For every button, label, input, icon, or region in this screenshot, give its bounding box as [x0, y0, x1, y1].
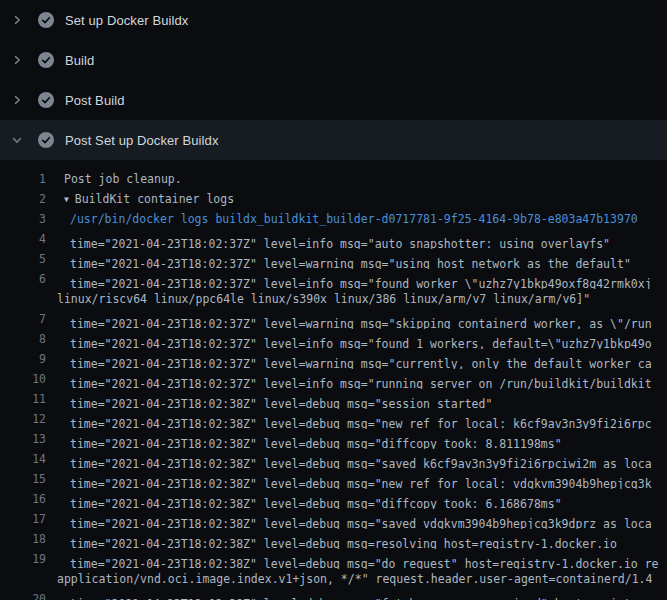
line-number[interactable]: 4	[0, 232, 46, 246]
log-line: 16time="2021-04-23T18:02:38Z" level=debu…	[0, 489, 667, 509]
triangle-down-icon: ▼	[64, 195, 69, 204]
line-number[interactable]: 19	[0, 552, 46, 566]
log-area: 1Post job cleanup.2▼BuildKit container l…	[0, 160, 667, 600]
log-line: 1Post job cleanup.	[0, 169, 667, 189]
log-text: time="2021-04-23T18:02:37Z" level=warnin…	[70, 349, 652, 369]
check-circle-icon	[38, 52, 54, 68]
check-circle-icon	[38, 12, 54, 28]
line-number[interactable]: 14	[0, 452, 46, 466]
chevron-right-icon	[10, 53, 24, 67]
log-line: 15time="2021-04-23T18:02:38Z" level=debu…	[0, 469, 667, 489]
step-header[interactable]: Build	[0, 40, 667, 80]
log-line: 14time="2021-04-23T18:02:38Z" level=debu…	[0, 449, 667, 469]
log-line: 18time="2021-04-23T18:02:38Z" level=debu…	[0, 529, 667, 549]
step-header[interactable]: Set up Docker Buildx	[0, 0, 667, 40]
line-number[interactable]: 2	[0, 192, 46, 206]
line-number[interactable]: 12	[0, 412, 46, 426]
line-number[interactable]: 18	[0, 532, 46, 546]
log-text: time="2021-04-23T18:02:38Z" level=debug …	[70, 509, 652, 529]
log-line: 10time="2021-04-23T18:02:37Z" level=info…	[0, 369, 667, 389]
log-text: time="2021-04-23T18:02:37Z" level=info m…	[70, 369, 652, 389]
step-title: Post Build	[65, 93, 125, 108]
log-line: 8time="2021-04-23T18:02:37Z" level=info …	[0, 329, 667, 349]
line-number[interactable]: 11	[0, 392, 46, 406]
line-number[interactable]: 8	[0, 332, 46, 346]
line-number[interactable]: 9	[0, 352, 46, 366]
log-text: time="2021-04-23T18:02:37Z" level=warnin…	[70, 249, 631, 269]
log-text: time="2021-04-23T18:02:38Z" level=debug …	[70, 429, 562, 449]
line-number[interactable]: 6	[0, 272, 46, 286]
log-line: 5time="2021-04-23T18:02:37Z" level=warni…	[0, 249, 667, 269]
log-text: Post job cleanup.	[64, 172, 182, 186]
line-number[interactable]: 15	[0, 472, 46, 486]
line-number[interactable]: 13	[0, 432, 46, 446]
log-text: time="2021-04-23T18:02:38Z" level=debug …	[70, 409, 652, 429]
log-text: time="2021-04-23T18:02:38Z" level=debug …	[70, 469, 652, 489]
step-title: Set up Docker Buildx	[65, 13, 188, 28]
log-group-toggle[interactable]: ▼BuildKit container logs	[64, 192, 234, 206]
log-line: 4time="2021-04-23T18:02:37Z" level=info …	[0, 229, 667, 249]
log-text: time="2021-04-23T18:02:38Z" level=debug …	[70, 489, 562, 509]
log-line: 6time="2021-04-23T18:02:37Z" level=info …	[0, 269, 667, 289]
log-line: 19time="2021-04-23T18:02:38Z" level=debu…	[0, 549, 667, 569]
log-text: BuildKit container logs	[75, 192, 234, 206]
line-number[interactable]: 17	[0, 512, 46, 526]
log-line: 20time="2021-04-23T18:02:38Z" level=debu…	[0, 589, 667, 600]
log-line: 13time="2021-04-23T18:02:38Z" level=debu…	[0, 429, 667, 449]
check-circle-icon	[38, 132, 54, 148]
log-line: 11time="2021-04-23T18:02:38Z" level=debu…	[0, 389, 667, 409]
log-line-continuation: linux/riscv64 linux/ppc64le linux/s390x …	[0, 289, 667, 309]
line-number[interactable]: 16	[0, 492, 46, 506]
chevron-right-icon	[10, 93, 24, 107]
step-title: Post Set up Docker Buildx	[65, 133, 219, 148]
step-header[interactable]: Post Set up Docker Buildx	[0, 120, 667, 160]
log-command-text: /usr/bin/docker logs buildx_buildkit_bui…	[70, 212, 638, 226]
step-title: Build	[65, 53, 94, 68]
line-number[interactable]: 10	[0, 372, 46, 386]
log-text: time="2021-04-23T18:02:38Z" level=debug …	[70, 529, 617, 549]
step-list: Set up Docker BuildxBuildPost BuildPost …	[0, 0, 667, 160]
log-text: time="2021-04-23T18:02:37Z" level=warnin…	[70, 309, 652, 329]
log-line-continuation: application/vnd.oci.image.index.v1+json,…	[0, 569, 667, 589]
check-circle-icon	[38, 92, 54, 108]
log-line: 7time="2021-04-23T18:02:37Z" level=warni…	[0, 309, 667, 329]
step-header[interactable]: Post Build	[0, 80, 667, 120]
log-line: 3/usr/bin/docker logs buildx_buildkit_bu…	[0, 209, 667, 229]
line-number[interactable]: 3	[0, 212, 46, 226]
log-text: time="2021-04-23T18:02:38Z" level=debug …	[70, 549, 659, 569]
log-text: time="2021-04-23T18:02:38Z" level=debug …	[70, 589, 652, 600]
log-text: time="2021-04-23T18:02:37Z" level=info m…	[70, 269, 652, 289]
log-line: 2▼BuildKit container logs	[0, 189, 667, 209]
log-text: time="2021-04-23T18:02:38Z" level=debug …	[70, 449, 652, 469]
chevron-down-icon	[10, 133, 24, 147]
log-line: 12time="2021-04-23T18:02:38Z" level=debu…	[0, 409, 667, 429]
line-number[interactable]: 5	[0, 252, 46, 266]
line-number[interactable]: 1	[0, 172, 46, 186]
log-line: 9time="2021-04-23T18:02:37Z" level=warni…	[0, 349, 667, 369]
log-text: time="2021-04-23T18:02:37Z" level=info m…	[70, 329, 652, 349]
log-text: application/vnd.oci.image.index.v1+json,…	[57, 572, 652, 586]
line-number[interactable]: 20	[0, 592, 46, 600]
line-number[interactable]: 7	[0, 312, 46, 326]
log-text: time="2021-04-23T18:02:37Z" level=info m…	[70, 229, 610, 249]
log-text: time="2021-04-23T18:02:38Z" level=debug …	[70, 389, 492, 409]
log-line: 17time="2021-04-23T18:02:38Z" level=debu…	[0, 509, 667, 529]
log-text: linux/riscv64 linux/ppc64le linux/s390x …	[57, 292, 590, 306]
chevron-right-icon	[10, 13, 24, 27]
